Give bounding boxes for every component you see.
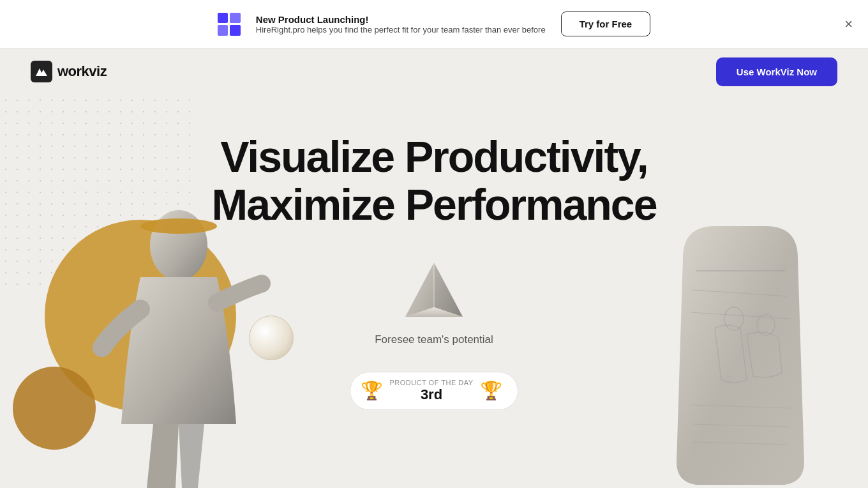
banner-subtitle: HireRight.pro helps you find the perfect… <box>256 25 546 34</box>
hireright-logo-grid <box>218 13 241 36</box>
product-hunt-label: Product of the day <box>389 379 473 386</box>
workviz-wordmark: workviz <box>57 63 107 80</box>
announcement-banner: New Product Launching! HireRight.pro hel… <box>0 0 868 49</box>
stone-tablet-decoration-right <box>664 220 817 488</box>
product-hunt-rank: 3rd <box>421 386 442 403</box>
workviz-logo-icon <box>31 61 52 82</box>
close-icon: × <box>844 16 853 32</box>
statue-figure <box>77 207 281 488</box>
try-free-button[interactable]: Try for Free <box>561 11 651 36</box>
navbar: workviz Use WorkViz Now <box>0 49 868 95</box>
banner-text: New Product Launching! HireRight.pro hel… <box>256 14 546 34</box>
laurel-left-icon: 🏆 <box>361 380 383 401</box>
pyramid-icon <box>399 259 469 323</box>
use-workviz-now-button[interactable]: Use WorkViz Now <box>716 57 837 86</box>
product-hunt-text: Product of the day 3rd <box>389 379 473 403</box>
hero-title-line1: Visualize Productivity, <box>220 132 648 181</box>
lightbulb-orb <box>249 316 294 360</box>
close-banner-button[interactable]: × <box>844 17 853 31</box>
hero-section: Visualize Productivity, Maximize Perform… <box>0 95 868 488</box>
stone-tablet-svg <box>664 220 817 488</box>
hireright-logo <box>218 13 241 36</box>
workviz-logo[interactable]: workviz <box>31 61 107 82</box>
product-hunt-badge: 🏆 Product of the day 3rd 🏆 <box>350 372 518 410</box>
hero-center-content: Foresee team's potential 🏆 Product of th… <box>350 259 518 410</box>
svg-rect-0 <box>31 61 52 82</box>
hero-title-line2: Maximize Performance <box>212 180 657 229</box>
foresee-label: Foresee team's potential <box>375 333 493 346</box>
banner-title: New Product Launching! <box>256 14 546 25</box>
svg-point-6 <box>140 218 217 234</box>
hero-title-block: Visualize Productivity, Maximize Perform… <box>212 133 657 229</box>
laurel-right-icon: 🏆 <box>480 380 502 401</box>
hero-title: Visualize Productivity, Maximize Perform… <box>212 133 657 229</box>
